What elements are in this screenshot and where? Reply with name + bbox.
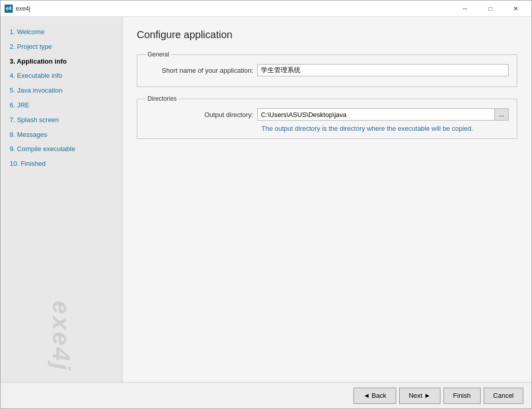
output-dir-input-group: ... xyxy=(257,108,509,121)
short-name-input[interactable] xyxy=(257,64,509,76)
sidebar-item-executable-info[interactable]: 4. Executable info xyxy=(7,69,116,83)
sidebar: 1. Welcome 2. Project type 3. Applicatio… xyxy=(1,17,123,382)
sidebar-nav: 1. Welcome 2. Project type 3. Applicatio… xyxy=(1,25,122,171)
app-icon: e4 xyxy=(5,5,13,13)
sidebar-item-compile-executable[interactable]: 9. Compile executable xyxy=(7,142,116,157)
main-window: e4 exe4j ─ □ ✕ 1. Welcome 2. Project typ… xyxy=(0,0,532,409)
finish-button[interactable]: Finish xyxy=(444,388,481,404)
close-button[interactable]: ✕ xyxy=(504,1,527,17)
titlebar: e4 exe4j ─ □ ✕ xyxy=(1,1,531,17)
output-dir-row: Output directory: ... xyxy=(145,108,509,121)
general-legend: General xyxy=(145,51,171,58)
maximize-button[interactable]: □ xyxy=(479,1,502,17)
sidebar-item-splash-screen[interactable]: 7. Splash screen xyxy=(7,113,116,128)
window-controls: ─ □ ✕ xyxy=(453,1,527,17)
directories-section: Directories Output directory: ... The ou… xyxy=(137,95,517,139)
directories-legend: Directories xyxy=(145,95,179,102)
sidebar-watermark: exe4j xyxy=(47,301,75,372)
output-dir-label: Output directory: xyxy=(145,111,257,119)
sidebar-item-finished[interactable]: 10. Finished xyxy=(7,157,116,171)
next-button[interactable]: Next ► xyxy=(399,388,440,404)
output-dir-info: The output directory is the directory wh… xyxy=(261,125,509,132)
sidebar-item-jre[interactable]: 6. JRE xyxy=(7,98,116,113)
sidebar-item-java-invocation[interactable]: 5. Java invocation xyxy=(7,83,116,98)
sidebar-item-messages[interactable]: 8. Messages xyxy=(7,128,116,142)
browse-button[interactable]: ... xyxy=(494,108,509,121)
general-section: General Short name of your application: xyxy=(137,51,517,87)
short-name-label: Short name of your application: xyxy=(145,67,257,74)
back-button[interactable]: ◄ Back xyxy=(353,388,396,404)
output-dir-input[interactable] xyxy=(257,108,494,121)
content-area: 1. Welcome 2. Project type 3. Applicatio… xyxy=(1,17,531,382)
window-title: exe4j xyxy=(16,5,453,12)
sidebar-item-welcome[interactable]: 1. Welcome xyxy=(7,25,116,40)
minimize-button[interactable]: ─ xyxy=(453,1,477,17)
short-name-row: Short name of your application: xyxy=(145,64,509,76)
main-panel: Configure application General Short name… xyxy=(123,17,531,382)
page-title: Configure application xyxy=(137,29,517,41)
cancel-button[interactable]: Cancel xyxy=(484,388,523,404)
sidebar-item-application-info[interactable]: 3. Application info xyxy=(7,54,116,69)
sidebar-item-project-type[interactable]: 2. Project type xyxy=(7,40,116,54)
footer: ◄ Back Next ► Finish Cancel xyxy=(1,382,531,408)
